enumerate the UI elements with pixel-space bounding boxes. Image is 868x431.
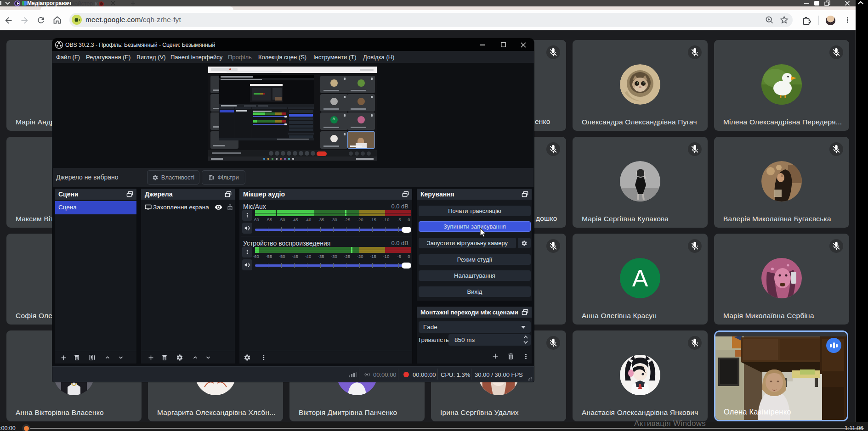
svg-text:А: А [632, 265, 648, 291]
